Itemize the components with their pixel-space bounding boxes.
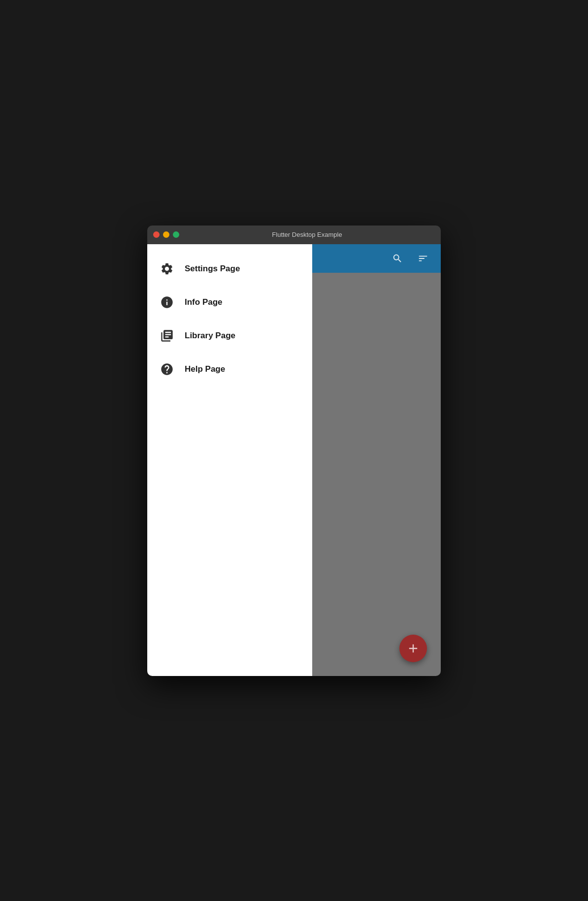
sidebar-nav: Settings Page Info Page [147, 244, 312, 676]
library-page-label: Library Page [185, 331, 235, 341]
sidebar-item-settings[interactable]: Settings Page [147, 252, 312, 286]
library-icon [159, 328, 175, 344]
help-page-label: Help Page [185, 364, 225, 374]
sidebar: Settings Page Info Page [147, 244, 312, 676]
search-button[interactable] [388, 249, 407, 268]
help-icon [159, 361, 175, 377]
filter-button[interactable] [413, 249, 433, 268]
settings-page-label: Settings Page [185, 264, 240, 274]
titlebar: Flutter Desktop Example [147, 225, 441, 244]
close-button[interactable] [153, 231, 160, 238]
sidebar-item-library[interactable]: Library Page [147, 319, 312, 353]
gear-icon [159, 261, 175, 277]
main-content [312, 244, 441, 676]
fab-add-button[interactable] [399, 635, 427, 662]
sidebar-item-help[interactable]: Help Page [147, 353, 312, 386]
info-icon [159, 294, 175, 310]
window-body: Settings Page Info Page [147, 244, 441, 676]
window-title: Flutter Desktop Example [179, 231, 435, 238]
minimize-button[interactable] [163, 231, 169, 238]
traffic-lights [153, 231, 179, 238]
main-header [312, 244, 441, 273]
maximize-button[interactable] [173, 231, 179, 238]
info-page-label: Info Page [185, 297, 223, 307]
sidebar-item-info[interactable]: Info Page [147, 286, 312, 319]
app-window: Flutter Desktop Example Settings Page [147, 225, 441, 676]
